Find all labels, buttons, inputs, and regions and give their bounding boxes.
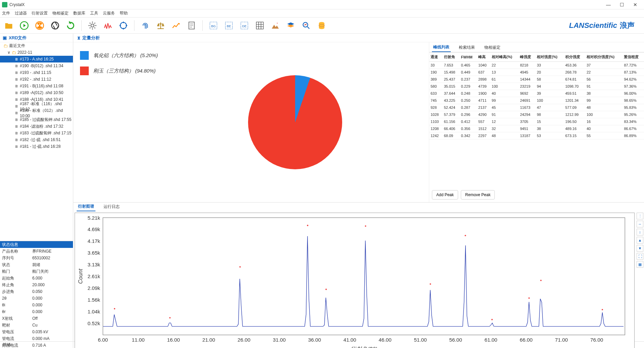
menu-item[interactable]: 帮助 <box>120 10 128 16</box>
col-header[interactable]: 通道 <box>429 52 443 62</box>
play-button[interactable] <box>18 19 30 32</box>
tree-file[interactable]: 🗎#193 - .shd 11:15 <box>0 69 73 76</box>
menu-item[interactable]: 数据库 <box>73 10 85 16</box>
table-row[interactable]: 58035.0150.229473910023219941098.709197.… <box>429 83 644 90</box>
chart-tab[interactable]: 衍射图谱 <box>77 202 95 211</box>
trend-icon[interactable] <box>170 19 182 32</box>
menu-item[interactable]: 物相鉴定 <box>52 10 69 16</box>
tab[interactable]: 检索结果 <box>457 43 476 52</box>
svg-text:3.13k: 3.13k <box>88 262 100 267</box>
col-header[interactable]: 相对积分强度(%) <box>585 52 622 62</box>
tool-grid-icon[interactable]: ▦ <box>637 261 643 268</box>
layers-icon[interactable] <box>285 19 297 32</box>
diffraction-chart[interactable]: 0.52k1.04k1.56k2.09k2.61k3.13k3.65k4.17k… <box>75 213 635 348</box>
status-row: 靶材Cu <box>0 322 73 329</box>
open-file-button[interactable] <box>3 19 15 32</box>
be-icon[interactable]: BE <box>223 19 235 32</box>
status-row: 起始角6.000 <box>0 275 73 281</box>
table-row[interactable]: 124268.090.3422297481318753673.155586.89… <box>429 132 644 139</box>
svg-text:2.61k: 2.61k <box>88 273 100 279</box>
tool-fit-icon[interactable]: ⛶ <box>637 253 643 260</box>
status-row: 管电流0.000 mA <box>0 335 73 342</box>
col-header[interactable]: 置信程度 <box>622 52 644 62</box>
table-row[interactable]: 102857.3790.29642909124294981212.9910095… <box>429 111 644 118</box>
tree-file[interactable]: 🗎#192 - .shd 11:12 <box>0 76 73 83</box>
tree-folder[interactable]: ∨🗀2022-11 <box>0 49 73 56</box>
close-button[interactable]: ✕ <box>629 0 642 9</box>
table-row[interactable]: 19015.4980.44963713494520268.782287.13% <box>429 69 644 76</box>
de-icon[interactable]: DE <box>238 19 250 32</box>
mountain-icon[interactable] <box>269 19 281 32</box>
peak-table[interactable]: 通道衍射角FWHM峰高相对峰高(%)峰强度相对强度(%)积分强度相对积分强度(%… <box>429 52 644 187</box>
svg-text:16.00: 16.00 <box>167 337 180 343</box>
maximize-button[interactable]: ☐ <box>615 0 629 9</box>
tool-menu-icon[interactable]: ⋮ <box>637 213 643 219</box>
col-header[interactable]: 峰强度 <box>519 52 535 62</box>
col-header[interactable]: 相对强度(%) <box>535 52 564 62</box>
tree-file[interactable]: 🗎#182 -过-硫 .shd 16:51 <box>0 136 73 143</box>
table-row[interactable]: 120866.4060.356151232945138489.164086.67… <box>429 125 644 132</box>
tree-file[interactable]: 🗎#189 -A(012) .shd 10:50 <box>0 89 73 96</box>
minimize-button[interactable]: — <box>602 0 615 9</box>
database-icon[interactable] <box>316 19 328 32</box>
spectrum-icon[interactable] <box>102 19 114 32</box>
svg-point-49 <box>325 289 327 290</box>
col-header[interactable]: FWHM <box>460 52 477 62</box>
svg-text:3.65k: 3.65k <box>88 250 100 256</box>
tree-recent[interactable]: 🗀最近文件 <box>0 42 73 49</box>
gear-icon[interactable] <box>86 19 98 32</box>
svg-text:0.52k: 0.52k <box>88 320 100 326</box>
menu-item[interactable]: 过滤器 <box>15 10 27 16</box>
status-row: 状态就绪 <box>0 261 73 268</box>
report-icon[interactable] <box>186 19 198 32</box>
col-header[interactable]: 衍射角 <box>443 52 460 62</box>
svg-text:66.00: 66.00 <box>520 337 532 343</box>
grid-icon[interactable] <box>254 19 266 32</box>
tree-file[interactable]: 🗎#181 - 过-硫.shd 16:28 <box>0 143 73 150</box>
tool-down-icon[interactable]: ▼ <box>637 245 643 252</box>
aperture-icon[interactable] <box>49 19 61 32</box>
col-header[interactable]: 峰高 <box>477 52 490 62</box>
bg-icon[interactable]: BG <box>207 19 219 32</box>
tab[interactable]: 峰线列表 <box>432 43 451 52</box>
col-header[interactable]: 相对峰高(%) <box>490 52 519 62</box>
chart-tab[interactable]: 运行日志 <box>102 202 121 211</box>
refresh-icon[interactable] <box>65 19 77 32</box>
menu-item[interactable]: 工具 <box>90 10 98 16</box>
menu-item[interactable]: 云服务 <box>103 10 115 16</box>
tool-stretch-x-icon[interactable]: ↔ <box>637 221 643 227</box>
tree-file[interactable]: 🗎#186 - 标准（012）.shd 10:00 <box>0 110 73 116</box>
add-peak-button[interactable]: Add Peak <box>432 190 458 200</box>
radiation-icon[interactable] <box>34 19 46 32</box>
tool-up-icon[interactable]: ▲ <box>637 237 643 244</box>
table-row[interactable]: 337.6530.465104022821833453.363787.72% <box>429 62 644 69</box>
table-row[interactable]: 110361.1560.41255712370515196.501683.34% <box>429 118 644 125</box>
tree-file[interactable]: 🗎#185 - 过硫酸氢钾.shd 17:55 <box>0 116 73 123</box>
tree-file[interactable]: 🗎#183 -过硫酸氢钾 .shd 17:15 <box>0 130 73 136</box>
menu-item[interactable]: 衍射设置 <box>32 10 48 16</box>
table-row[interactable]: 38925.4370.2372898611434458674.815694.62… <box>429 76 644 83</box>
balance-icon[interactable] <box>155 19 167 32</box>
svg-point-51 <box>430 283 431 285</box>
status-row: 舱门舱门关闭 <box>0 268 73 275</box>
svg-text:衍射角(2θ): 衍射角(2θ) <box>351 346 377 348</box>
tree-file[interactable]: 🗎#190 -B(012) .shd 11:34 <box>0 62 73 69</box>
tree-file[interactable]: 🗎#191 - B(116).shd 11:08 <box>0 83 73 89</box>
tool-stretch-y-icon[interactable]: ↕ <box>637 229 643 235</box>
table-row[interactable]: 63337.6440.248190040969239459.513896.00% <box>429 90 644 97</box>
svg-text:36.00: 36.00 <box>308 337 321 343</box>
status-row: 2θ0.000 <box>0 295 73 302</box>
menu-item[interactable]: 文件 <box>2 10 10 16</box>
remove-peak-button[interactable]: Remove Peak <box>461 190 495 200</box>
tab[interactable]: 物相鉴定 <box>483 43 502 52</box>
table-row[interactable]: 92852.4240.2872137451167347577.094895.83… <box>429 104 644 111</box>
tree-file[interactable]: 🗎#173 - A.shd 16:25 <box>0 56 73 62</box>
peak-tabs: 峰线列表检索结果物相鉴定 <box>429 42 644 52</box>
table-row[interactable]: 74543.2250.250471199246911001201.349998.… <box>429 97 644 104</box>
col-header[interactable]: 积分强度 <box>564 52 586 62</box>
file-tree[interactable]: 🗀最近文件∨🗀2022-11🗎#173 - A.shd 16:25🗎#190 -… <box>0 42 73 241</box>
search-chart-icon[interactable] <box>300 19 312 32</box>
target-icon[interactable] <box>117 19 129 32</box>
fingerprint-icon[interactable] <box>139 19 151 32</box>
tree-file[interactable]: 🗎#184 -滤油粉 .shd 17:32 <box>0 123 73 130</box>
